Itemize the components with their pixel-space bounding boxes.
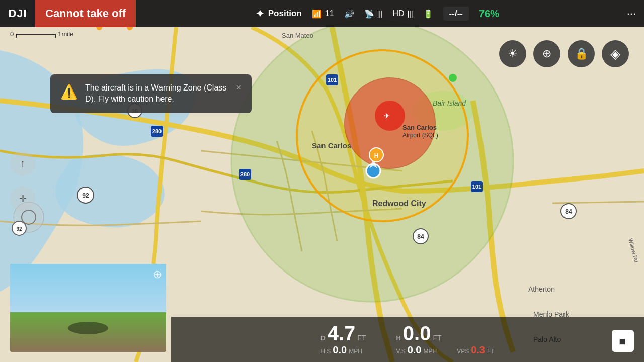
more-button[interactable]: ··· xyxy=(619,7,644,20)
vps-label: VPS xyxy=(457,348,469,355)
height-display: H 0.0 FT V.S 0.0 MPH VPS 0.3 FT xyxy=(396,323,494,356)
svg-text:Airport (SQL): Airport (SQL) xyxy=(403,132,438,139)
corner-card-button[interactable]: ◆ xyxy=(612,330,634,352)
warning-message-text: The aircraft is in a Warning Zone (Class… xyxy=(85,82,229,105)
signal-bars-remote: ||| xyxy=(377,10,383,18)
left-controls: ↑ ✛ xyxy=(10,151,35,211)
svg-text:✈: ✈ xyxy=(383,112,390,120)
h-speed-value: 0.0 xyxy=(333,344,347,356)
remote-status: 📡 ||| xyxy=(364,9,383,19)
svg-point-33 xyxy=(366,164,380,178)
layers-control-button[interactable]: ◈ xyxy=(602,40,629,67)
vs-value: 0.0 xyxy=(408,344,422,356)
hd-status: HD ||| xyxy=(393,9,413,18)
lock-icon: 🔒 xyxy=(575,47,588,60)
vps-unit: FT xyxy=(487,348,495,355)
error-message-text: Cannot take off xyxy=(45,7,126,20)
signal-value: 11 xyxy=(325,9,334,18)
sun-control-button[interactable]: ☀ xyxy=(499,40,526,67)
position-mode-text: Position xyxy=(268,9,302,19)
warning-triangle-icon: ⚠️ xyxy=(60,83,78,100)
top-center-controls: ✦ Position 📶 11 🔊 📡 ||| HD ||| 🔋 --/-- 7… xyxy=(136,7,619,21)
battery-percent-text: 76% xyxy=(479,8,499,19)
svg-text:101: 101 xyxy=(328,77,337,83)
top-bar: DJI Cannot take off ✦ Position 📶 11 🔊 📡 … xyxy=(0,0,644,27)
svg-text:Atherton: Atherton xyxy=(528,285,555,293)
remote-icon: 📡 xyxy=(364,9,374,19)
svg-text:280: 280 xyxy=(240,171,250,177)
camera-crosshair-button[interactable]: ⊕ xyxy=(153,268,162,281)
up-button[interactable]: ↑ xyxy=(10,151,35,176)
svg-text:92: 92 xyxy=(16,226,22,232)
right-controls: ☀ ⊕ 🔒 ◈ xyxy=(499,40,629,67)
svg-text:San Mateo: San Mateo xyxy=(282,32,313,39)
scale-bar: 0 1mile xyxy=(10,30,73,38)
svg-text:San Carlos: San Carlos xyxy=(403,124,437,131)
time-text: --/-- xyxy=(449,9,463,18)
warning-close-button[interactable]: × xyxy=(236,82,242,93)
hd-label: HD xyxy=(393,9,405,18)
joystick-button[interactable]: ✛ xyxy=(10,186,35,211)
svg-text:San Carlos: San Carlos xyxy=(312,141,351,150)
altitude-value: 4.7 xyxy=(328,323,356,343)
height-label: H xyxy=(396,334,400,342)
hd-signal-bars: ||| xyxy=(408,10,413,18)
sun-icon: ☀ xyxy=(508,47,518,60)
time-display: --/-- xyxy=(443,7,469,21)
h-speed-unit: MPH xyxy=(349,348,362,355)
svg-text:H: H xyxy=(374,152,379,159)
drone-icon: ✦ xyxy=(256,8,264,20)
svg-point-6 xyxy=(375,101,405,131)
altitude-row: D 4.7 FT xyxy=(320,323,366,343)
diamond-icon: ◆ xyxy=(616,334,630,348)
vps-value: 0.3 xyxy=(471,344,485,356)
scale-line: 0 1mile xyxy=(10,30,73,38)
vs-unit: MPH xyxy=(424,348,437,355)
sound-status: 🔊 xyxy=(344,9,354,19)
svg-text:Bair Island: Bair Island xyxy=(433,99,466,107)
altitude-label: D xyxy=(320,334,325,342)
svg-text:84: 84 xyxy=(417,233,424,240)
target-control-button[interactable]: ⊕ xyxy=(533,40,560,67)
h-speed-label: H.S xyxy=(320,348,331,355)
height-sub: V.S 0.0 MPH VPS 0.3 FT xyxy=(396,344,494,356)
scale-zero: 0 xyxy=(10,30,14,38)
battery-icon: 🔋 xyxy=(423,9,433,19)
svg-text:92: 92 xyxy=(82,192,89,199)
svg-text:280: 280 xyxy=(152,128,162,134)
signal-icon: 📶 xyxy=(312,9,322,19)
height-value: 0.0 xyxy=(403,323,431,343)
camera-sky xyxy=(10,264,166,312)
dji-logo-text: DJI xyxy=(8,7,27,20)
scale-unit: 1mile xyxy=(58,30,73,38)
warning-popup: ⚠️ The aircraft is in a Warning Zone (Cl… xyxy=(50,74,252,113)
up-arrow-icon: ↑ xyxy=(20,157,26,170)
vs-label: V.S xyxy=(396,348,405,355)
battery-display: 76% xyxy=(479,8,499,20)
sound-icon: 🔊 xyxy=(344,9,354,19)
crosshair-icon: ⊕ xyxy=(153,268,162,281)
joystick-icon: ✛ xyxy=(19,193,27,204)
svg-text:Redwood City: Redwood City xyxy=(372,199,426,208)
position-mode-indicator: ✦ Position xyxy=(256,8,302,20)
height-row: H 0.0 FT xyxy=(396,323,441,343)
altitude-display: D 4.7 FT H.S 0.0 MPH xyxy=(320,323,366,356)
signal-status: 📶 11 xyxy=(312,9,334,19)
camera-preview[interactable]: ⊕ xyxy=(10,264,166,352)
lock-control-button[interactable]: 🔒 xyxy=(568,40,595,67)
height-unit: FT xyxy=(433,334,441,342)
more-button-label: ··· xyxy=(627,7,636,20)
layers-icon: ◈ xyxy=(610,46,620,62)
bottom-hud: D 4.7 FT H.S 0.0 MPH H 0.0 FT V.S 0.0 MP… xyxy=(171,317,644,362)
dji-logo: DJI xyxy=(0,0,35,27)
svg-text:84: 84 xyxy=(565,208,572,215)
vs-item: V.S 0.0 MPH xyxy=(396,344,437,356)
target-icon: ⊕ xyxy=(542,47,551,60)
h-speed-item: H.S 0.0 MPH xyxy=(320,344,362,356)
battery-icon-area: 🔋 xyxy=(423,9,433,19)
altitude-sub: H.S 0.0 MPH xyxy=(320,344,362,356)
camera-drone-shadow xyxy=(68,322,108,334)
altitude-unit: FT xyxy=(357,334,366,342)
vps-item: VPS 0.3 FT xyxy=(457,344,495,356)
svg-text:101: 101 xyxy=(472,184,481,190)
